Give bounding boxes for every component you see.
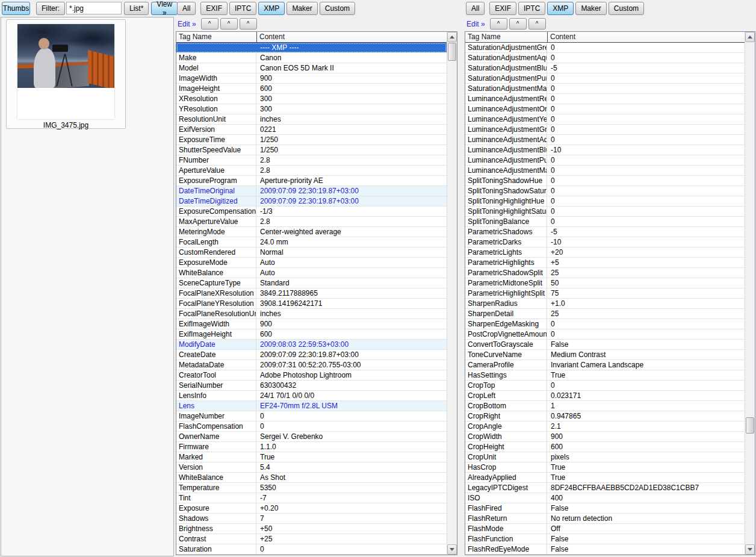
table-row[interactable]: SplitToningHighlightHue0 <box>465 196 745 207</box>
table-row[interactable]: ExifVersion0221 <box>176 125 447 135</box>
table-row[interactable]: ExposureProgramAperture-priority AE <box>176 176 447 186</box>
scroll-down-button[interactable] <box>447 544 457 555</box>
table-row[interactable]: SharpenEdgeMasking0 <box>465 319 745 329</box>
table-row[interactable]: LuminanceAdjustmentPurple0 <box>465 155 745 166</box>
column-header-content[interactable]: Content <box>547 32 745 42</box>
table-row[interactable]: PostCropVignetteAmount0 <box>465 329 745 340</box>
table-row[interactable]: SerialNumber630300432 <box>176 381 447 391</box>
tab-xmp[interactable]: XMP <box>547 2 574 15</box>
filter-button[interactable]: Filter: <box>36 2 65 15</box>
scroll-down-button[interactable] <box>745 544 755 555</box>
table-row[interactable]: Contrast+25 <box>176 534 447 544</box>
table-row[interactable]: MakeCanon <box>176 53 447 63</box>
collapse-button[interactable]: ^ <box>528 18 546 30</box>
table-row[interactable]: WhiteBalanceAuto <box>176 268 447 278</box>
table-row[interactable]: MaxApertureValue2.8 <box>176 217 447 227</box>
table-row[interactable]: ISO400 <box>465 493 745 503</box>
table-row[interactable]: SplitToningBalance0 <box>465 217 745 227</box>
table-row[interactable]: Firmware1.1.0 <box>176 442 447 452</box>
table-row[interactable]: SplitToningShadowHue0 <box>465 176 745 186</box>
table-row[interactable]: Version5.4 <box>176 462 447 473</box>
list-button[interactable]: List* <box>124 2 149 15</box>
tab-iptc[interactable]: IPTC <box>229 2 256 15</box>
table-row[interactable]: LuminanceAdjustmentRed0 <box>465 94 745 104</box>
table-row[interactable]: SaturationAdjustmentGreen0 <box>465 43 745 53</box>
tab-exif[interactable]: EXIF <box>200 2 228 15</box>
table-row[interactable]: HasSettingsTrue <box>465 370 745 381</box>
table-row[interactable]: ConvertToGrayscaleFalse <box>465 340 745 350</box>
scroll-up-button[interactable] <box>447 32 457 42</box>
tab-maker[interactable]: Maker <box>575 2 606 15</box>
table-row[interactable]: FocalLength24.0 mm <box>176 237 447 247</box>
table-row[interactable]: FocalPlaneYResolution3908.14196242171 <box>176 299 447 309</box>
table-row[interactable]: CustomRenderedNormal <box>176 247 447 258</box>
table-row[interactable]: SharpenRadius+1.0 <box>465 299 745 309</box>
table-row[interactable]: DateTimeOriginal2009:07:09 22:30:19.87+0… <box>176 186 447 196</box>
scroll-up-button[interactable] <box>745 32 755 42</box>
collapse-button[interactable]: ^ <box>240 18 257 30</box>
table-row[interactable]: ExposureModeAuto <box>176 258 447 268</box>
table-row[interactable]: LuminanceAdjustmentGreen0 <box>465 125 745 135</box>
table-row[interactable]: SharpenDetail25 <box>465 309 745 319</box>
table-row[interactable]: ---- XMP ---- <box>176 43 447 53</box>
table-row[interactable]: FlashFunctionFalse <box>465 534 745 544</box>
column-header-tag-name[interactable]: Tag Name <box>176 32 256 42</box>
table-row[interactable]: ShutterSpeedValue1/250 <box>176 145 447 155</box>
tab-iptc[interactable]: IPTC <box>518 2 545 15</box>
table-row[interactable]: CreateDate2009:07:09 22:30:19.87+03:00 <box>176 350 447 360</box>
table-row[interactable]: ExposureCompensation-1/3 <box>176 207 447 217</box>
table-row[interactable]: CropWidth900 <box>465 432 745 442</box>
table-row[interactable]: ToneCurveNameMedium Contrast <box>465 350 745 360</box>
table-row[interactable]: CameraProfileInvariant Camera Landscape <box>465 360 745 370</box>
table-row[interactable]: SaturationAdjustmentAqua0 <box>465 53 745 63</box>
table-row[interactable]: XResolution300 <box>176 94 447 104</box>
table-row[interactable]: DateTimeDigitized2009:07:09 22:30:19.87+… <box>176 196 447 207</box>
table-row[interactable]: CreatorToolAdobe Photoshop Lightroom <box>176 370 447 381</box>
table-row[interactable]: FlashFiredFalse <box>465 503 745 514</box>
table-row[interactable]: CropBottom1 <box>465 401 745 411</box>
table-row[interactable]: ParametricDarks-10 <box>465 237 745 247</box>
tab-all[interactable]: All <box>466 2 485 15</box>
table-row[interactable]: LuminanceAdjustmentBlue-10 <box>465 145 745 155</box>
table-row[interactable]: MeteringModeCenter-weighted average <box>176 227 447 237</box>
thumbs-button[interactable]: Thumbs <box>2 2 30 15</box>
tab-exif[interactable]: EXIF <box>489 2 516 15</box>
table-row[interactable]: SplitToningHighlightSaturation0 <box>465 207 745 217</box>
table-row[interactable]: LuminanceAdjustmentOrange0 <box>465 104 745 114</box>
table-row[interactable]: ModelCanon EOS 5D Mark II <box>176 63 447 73</box>
tab-custom[interactable]: Custom <box>320 2 355 15</box>
table-row[interactable]: FlashReturnNo return detection <box>465 514 745 524</box>
table-row[interactable]: SaturationAdjustmentPurple0 <box>465 73 745 84</box>
column-header-tag-name[interactable]: Tag Name <box>465 32 547 42</box>
table-row[interactable]: CropRight0.947865 <box>465 411 745 422</box>
table-row[interactable]: ParametricMidtoneSplit50 <box>465 278 745 288</box>
table-row[interactable]: ImageHeight600 <box>176 84 447 94</box>
table-row[interactable]: ParametricHighlights+5 <box>465 258 745 268</box>
table-row[interactable]: Brightness+50 <box>176 524 447 534</box>
table-row[interactable]: LensInfo24/1 70/1 0/0 0/0 <box>176 391 447 401</box>
table-row[interactable]: ImageWidth900 <box>176 73 447 84</box>
table-row[interactable]: OwnerNameSergei V. Grebenko <box>176 432 447 442</box>
table-row[interactable]: SaturationAdjustmentBlue-5 <box>465 63 745 73</box>
table-row[interactable]: ExifImageWidth900 <box>176 319 447 329</box>
table-row[interactable]: FocalPlaneXResolution3849.2117888965 <box>176 288 447 299</box>
table-row[interactable]: SceneCaptureTypeStandard <box>176 278 447 288</box>
table-row[interactable]: ApertureValue2.8 <box>176 166 447 176</box>
table-row[interactable]: LuminanceAdjustmentAqua0 <box>465 135 745 145</box>
table-row[interactable]: ParametricShadowSplit25 <box>465 268 745 278</box>
table-row[interactable]: ParametricHighlightSplit75 <box>465 288 745 299</box>
table-row[interactable]: HasCropTrue <box>465 462 745 473</box>
table-row[interactable]: ImageNumber0 <box>176 411 447 422</box>
tab-custom[interactable]: Custom <box>609 2 644 15</box>
table-row[interactable]: CropTop0 <box>465 381 745 391</box>
table-row[interactable]: LuminanceAdjustmentYellow0 <box>465 114 745 125</box>
table-row[interactable]: CropAngle2.1 <box>465 422 745 432</box>
edit-link[interactable]: Edit » <box>466 20 485 28</box>
table-row[interactable]: ParametricLights+20 <box>465 247 745 258</box>
collapse-button[interactable]: ^ <box>220 18 238 30</box>
table-row[interactable]: MarkedTrue <box>176 452 447 462</box>
view-button[interactable]: View » <box>151 2 178 15</box>
tab-maker[interactable]: Maker <box>287 2 317 15</box>
table-row[interactable]: MetadataDate2009:07:31 00:52:20.755-03:0… <box>176 360 447 370</box>
table-row[interactable]: SaturationAdjustmentMagenta0 <box>465 84 745 94</box>
